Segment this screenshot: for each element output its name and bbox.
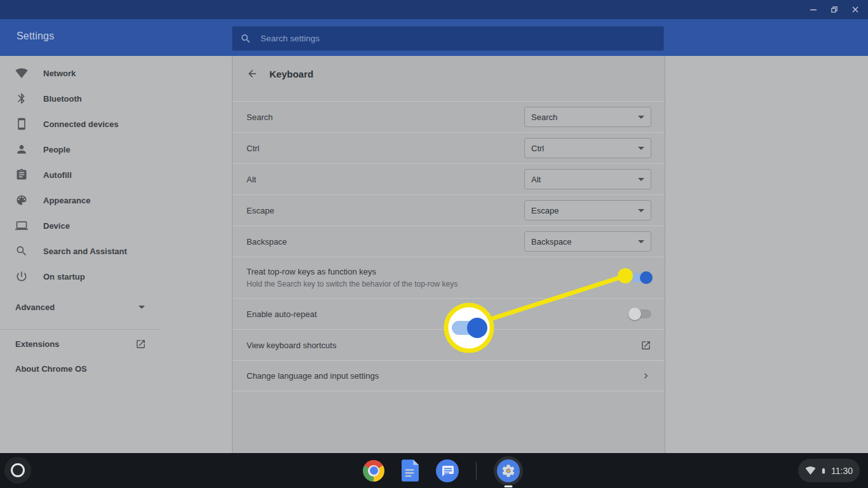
sidebar-item-people[interactable]: People (0, 137, 159, 162)
select-value: Alt (531, 175, 541, 184)
chrome-app-icon[interactable] (363, 460, 384, 482)
view-keyboard-shortcuts-row[interactable]: View keyboard shortcuts (233, 329, 665, 360)
row-label: Search (247, 112, 273, 122)
sidebar-item-label: Device (43, 221, 70, 231)
row-label: Escape (247, 206, 274, 215)
restore-icon (831, 6, 838, 13)
sidebar-item-label: Autofill (43, 170, 72, 180)
ctrl-key-row[interactable]: Ctrl Ctrl (233, 132, 665, 163)
sidebar-item-on-startup[interactable]: On startup (0, 264, 159, 289)
sidebar-item-label: Appearance (43, 196, 90, 205)
back-button[interactable] (247, 68, 258, 79)
row-label: Enable auto-repeat (247, 309, 317, 319)
sidebar-item-label: People (43, 145, 71, 154)
ctrl-key-select[interactable]: Ctrl (524, 138, 651, 158)
docs-app-icon[interactable] (402, 459, 419, 482)
close-button[interactable] (851, 6, 859, 14)
messages-app-icon[interactable] (436, 459, 459, 482)
battery-icon (820, 466, 827, 476)
row-label: Backspace (247, 237, 287, 247)
palette-icon (15, 194, 28, 207)
page-title: Keyboard (269, 69, 313, 79)
wifi-icon (15, 67, 28, 79)
app-header: Settings (0, 19, 868, 56)
select-value: Escape (531, 206, 559, 215)
minimize-icon (810, 6, 817, 13)
chevron-down-icon (638, 147, 644, 150)
restore-button[interactable] (830, 6, 838, 14)
select-value: Ctrl (531, 144, 544, 153)
sidebar-item-connected-devices[interactable]: Connected devices (0, 111, 159, 137)
sidebar-item-bluetooth[interactable]: Bluetooth (0, 86, 159, 111)
chevron-down-icon (638, 178, 644, 181)
sidebar-divider (0, 329, 159, 330)
person-icon (15, 143, 28, 156)
search-icon (15, 245, 28, 257)
alt-key-row[interactable]: Alt Alt (233, 163, 665, 194)
wifi-status-icon (805, 466, 816, 475)
escape-key-select[interactable]: Escape (524, 200, 651, 220)
sidebar-item-device[interactable]: Device (0, 213, 159, 238)
laptop-icon (15, 219, 28, 232)
sidebar-item-extensions[interactable]: Extensions (0, 331, 159, 356)
enable-auto-repeat-toggle[interactable] (630, 309, 651, 318)
row-label: View keyboard shortcuts (247, 341, 336, 350)
treat-top-row-keys-toggle[interactable] (630, 273, 651, 282)
arrow-left-icon (247, 68, 258, 79)
change-language-row[interactable]: Change language and input settings (233, 360, 665, 391)
status-tray[interactable]: 11:30 (798, 459, 860, 482)
shelf: 11:30 (0, 453, 868, 488)
advanced-label: Advanced (15, 302, 55, 312)
select-value: Search (531, 112, 557, 122)
bluetooth-icon (15, 92, 28, 105)
escape-key-row[interactable]: Escape Escape (233, 194, 665, 226)
close-icon (851, 6, 859, 13)
about-label: About Chrome OS (15, 364, 87, 374)
row-label: Treat top-row keys as function keys (247, 267, 458, 276)
extensions-label: Extensions (15, 339, 59, 349)
sidebar-item-label: Connected devices (43, 119, 119, 129)
sidebar-item-label: Search and Assistant (43, 247, 127, 256)
external-link-icon (135, 339, 146, 349)
search-icon (240, 33, 252, 44)
page-header: Keyboard (233, 56, 665, 92)
sidebar-item-label: On startup (43, 272, 85, 281)
settings-rows: Search Search Ctrl Ctrl Alt Alt (233, 101, 665, 391)
minimize-button[interactable] (809, 6, 817, 14)
sidebar-item-network[interactable]: Network (0, 60, 159, 86)
alt-key-select[interactable]: Alt (524, 169, 651, 189)
active-app-indicator (505, 485, 513, 487)
search-key-row[interactable]: Search Search (233, 101, 665, 132)
chevron-right-icon (641, 370, 651, 381)
shelf-separator (476, 462, 477, 480)
titlebar (0, 0, 868, 19)
search-key-select[interactable]: Search (524, 107, 651, 127)
toggle-knob (640, 271, 653, 284)
clipboard-icon (15, 168, 28, 181)
backspace-key-row[interactable]: Backspace Backspace (233, 226, 665, 257)
settings-search-bar[interactable] (232, 26, 664, 51)
chevron-down-icon (638, 116, 644, 119)
chevron-down-icon (638, 209, 644, 212)
sidebar-item-appearance[interactable]: Appearance (0, 187, 159, 213)
enable-auto-repeat-row[interactable]: Enable auto-repeat (233, 298, 665, 329)
settings-app-icon[interactable] (494, 456, 523, 485)
shelf-apps (9, 453, 868, 488)
power-icon (15, 270, 28, 283)
backspace-key-select[interactable]: Backspace (524, 231, 651, 252)
advanced-expander[interactable]: Advanced (0, 294, 159, 320)
select-value: Backspace (531, 237, 572, 247)
clock: 11:30 (831, 466, 853, 476)
sidebar: Network Bluetooth Connected devices Peop… (0, 60, 159, 289)
sidebar-item-label: Bluetooth (43, 94, 82, 104)
sidebar-item-about-chrome-os[interactable]: About Chrome OS (0, 356, 159, 381)
chevron-down-icon (638, 240, 644, 243)
treat-top-row-keys-row[interactable]: Treat top-row keys as function keys Hold… (233, 257, 665, 298)
toggle-knob (628, 308, 641, 320)
settings-search-input[interactable] (259, 33, 656, 44)
sidebar-item-search-and-assistant[interactable]: Search and Assistant (0, 238, 159, 264)
row-sublabel: Hold the Search key to switch the behavi… (247, 280, 458, 288)
row-label: Ctrl (247, 144, 259, 153)
row-label: Alt (247, 175, 256, 184)
sidebar-item-autofill[interactable]: Autofill (0, 162, 159, 187)
